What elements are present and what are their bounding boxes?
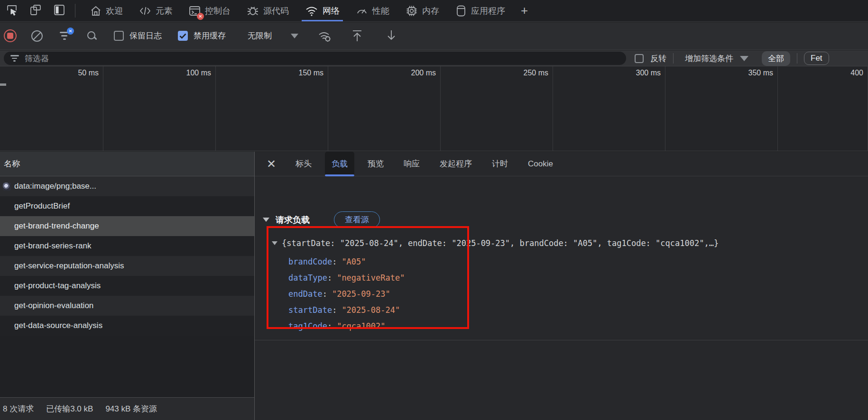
close-details-button[interactable]: ✕ bbox=[260, 157, 282, 171]
filterbar-separator bbox=[797, 53, 797, 64]
more-filters-chevron-icon[interactable] bbox=[740, 56, 748, 61]
filter-active-badge: ✕ bbox=[67, 27, 74, 35]
panel-tabs: 欢迎 元素 ✕ 控制台 源代码 网络 bbox=[82, 0, 513, 21]
section-divider bbox=[255, 340, 868, 340]
request-row[interactable]: data:image/png;base... bbox=[0, 176, 254, 196]
preserve-log-label: 保留日志 bbox=[129, 30, 162, 41]
payload-value: "2025-08-24" bbox=[342, 305, 400, 315]
timeline-tick: 200 ms bbox=[411, 69, 436, 77]
more-tabs-button[interactable]: + bbox=[513, 0, 536, 21]
network-conditions-icon[interactable] bbox=[317, 29, 333, 43]
disable-cache-label: 禁用缓存 bbox=[194, 30, 226, 41]
search-icon[interactable] bbox=[86, 30, 98, 42]
filter-toggle-button[interactable]: ✕ bbox=[60, 31, 71, 41]
request-name: get-opinion-evaluation bbox=[14, 301, 93, 310]
tab-label: 欢迎 bbox=[106, 5, 123, 17]
request-name: getProductBrief bbox=[14, 201, 70, 211]
disable-cache-checkbox[interactable] bbox=[178, 31, 188, 41]
payload-entry[interactable]: tag1Code "cqca1002" bbox=[288, 321, 386, 331]
request-row[interactable]: get-brand-series-rank bbox=[0, 236, 254, 256]
details-tab-cookie[interactable]: Cookie bbox=[521, 152, 560, 176]
filter-input[interactable]: 筛选器 bbox=[4, 52, 626, 65]
payload-key: startDate bbox=[288, 305, 337, 315]
timeline-tick: 350 ms bbox=[748, 69, 773, 77]
request-name: data:image/png;base... bbox=[14, 182, 96, 191]
details-tab-response[interactable]: 响应 bbox=[397, 152, 426, 176]
network-status-bar: 8 次请求 已传输3.0 kB 943 kB 条资源 bbox=[0, 397, 254, 420]
tab-application[interactable]: 应用程序 bbox=[447, 0, 513, 21]
request-row[interactable]: getProductBrief bbox=[0, 196, 254, 216]
filter-chip-fetch-xhr[interactable]: Fet bbox=[804, 52, 829, 65]
inspect-element-icon[interactable] bbox=[6, 4, 18, 18]
timeline-tick: 300 ms bbox=[636, 69, 661, 77]
requests-panel: 名称 data:image/png;base... getProductBrie… bbox=[0, 152, 254, 420]
details-tab-payload[interactable]: 负载 bbox=[325, 152, 354, 176]
device-buttons bbox=[0, 0, 75, 21]
payload-entry[interactable]: startDate "2025-08-24" bbox=[288, 305, 400, 315]
request-row[interactable]: get-product-tag-analysis bbox=[0, 276, 254, 296]
payload-key: dataType bbox=[288, 273, 332, 283]
throttling-select[interactable]: 无限制 bbox=[248, 30, 298, 41]
preserve-log-control: 保留日志 bbox=[114, 30, 162, 41]
request-row[interactable]: get-data-source-analysis bbox=[0, 316, 254, 336]
tab-console[interactable]: ✕ 控制台 bbox=[181, 0, 239, 21]
name-column-header[interactable]: 名称 bbox=[0, 152, 254, 176]
disable-cache-control: 禁用缓存 bbox=[178, 30, 226, 41]
payload-value: "negativeRate" bbox=[337, 273, 405, 283]
tab-elements[interactable]: 元素 bbox=[131, 0, 181, 21]
filter-chip-all[interactable]: 全部 bbox=[762, 51, 790, 66]
clear-network-log-button[interactable] bbox=[31, 30, 43, 42]
devtools-window: 欢迎 元素 ✕ 控制台 源代码 网络 bbox=[0, 0, 868, 420]
import-har-icon[interactable] bbox=[351, 29, 364, 43]
tab-network[interactable]: 网络 bbox=[297, 0, 348, 21]
filter-placeholder: 筛选器 bbox=[25, 53, 49, 64]
filterbar-separator bbox=[673, 53, 674, 64]
sources-bug-icon bbox=[247, 5, 259, 17]
tab-welcome[interactable]: 欢迎 bbox=[82, 0, 131, 21]
resources-size: 943 kB 条资源 bbox=[105, 403, 157, 414]
details-tab-initiator[interactable]: 发起程序 bbox=[433, 152, 479, 176]
object-expander-icon[interactable] bbox=[272, 241, 277, 245]
tab-label: 网络 bbox=[323, 5, 340, 17]
invert-filter-label: 反转 bbox=[650, 53, 666, 64]
request-row-selected[interactable]: get-brand-trend-change bbox=[0, 216, 254, 236]
record-network-log-button[interactable] bbox=[4, 29, 17, 42]
tabbar-separator bbox=[75, 4, 75, 18]
network-toolbar: ✕ 保留日志 禁用缓存 无限制 bbox=[0, 22, 868, 50]
payload-entry[interactable]: endDate "2025-09-23" bbox=[288, 289, 390, 299]
payload-key: tag1Code bbox=[288, 321, 332, 331]
details-tab-headers[interactable]: 标头 bbox=[289, 152, 318, 176]
chevron-down-icon bbox=[291, 34, 298, 38]
details-tab-timing[interactable]: 计时 bbox=[485, 152, 515, 176]
payload-entry[interactable]: brandCode "A05" bbox=[288, 257, 366, 266]
request-name: get-brand-series-rank bbox=[14, 241, 92, 251]
section-expander-icon[interactable] bbox=[263, 218, 269, 222]
export-har-icon[interactable] bbox=[385, 29, 398, 43]
network-filterbar: 筛选器 反转 增加筛选条件 全部 Fet bbox=[0, 50, 868, 66]
view-source-button[interactable]: 查看源 bbox=[334, 211, 380, 228]
tab-label: 应用程序 bbox=[471, 5, 505, 17]
request-row[interactable]: get-opinion-evaluation bbox=[0, 296, 254, 316]
devtools-tabbar: 欢迎 元素 ✕ 控制台 源代码 网络 bbox=[0, 0, 868, 22]
request-row[interactable]: get-service-reputation-analysis bbox=[0, 256, 254, 276]
details-tab-preview[interactable]: 预览 bbox=[361, 152, 390, 176]
payload-value: "A05" bbox=[342, 257, 366, 266]
tab-sources[interactable]: 源代码 bbox=[239, 0, 297, 21]
invert-filter-checkbox[interactable] bbox=[635, 54, 644, 63]
payload-preview-row[interactable]: {startDate: "2025-08-24", endDate: "2025… bbox=[272, 238, 719, 248]
payload-entry[interactable]: dataType "negativeRate" bbox=[288, 273, 405, 283]
more-filters-label[interactable]: 增加筛选条件 bbox=[685, 53, 733, 64]
network-overview-timeline[interactable]: 50 ms 100 ms 150 ms 200 ms 250 ms 300 ms… bbox=[0, 66, 868, 151]
toggle-device-toolbar-icon[interactable] bbox=[29, 4, 42, 18]
payload-section-title: 请求负载 bbox=[276, 214, 310, 226]
image-thumbnail-icon bbox=[3, 183, 11, 191]
request-count: 8 次请求 bbox=[3, 403, 34, 414]
dock-side-icon[interactable] bbox=[53, 4, 65, 18]
tab-performance[interactable]: 性能 bbox=[348, 0, 397, 21]
preserve-log-checkbox[interactable] bbox=[114, 31, 124, 41]
console-error-badge: ✕ bbox=[197, 13, 204, 20]
tab-memory[interactable]: 内存 bbox=[397, 0, 447, 21]
payload-preview-text: {startDate: "2025-08-24", endDate: "2025… bbox=[282, 238, 719, 248]
tab-label: 性能 bbox=[372, 5, 389, 17]
tab-label: 元素 bbox=[156, 5, 173, 17]
